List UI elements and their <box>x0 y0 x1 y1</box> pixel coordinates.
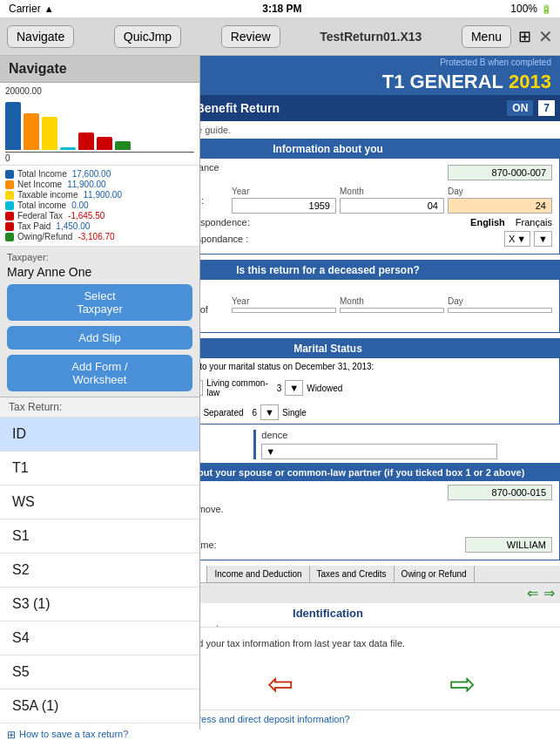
deceased-date-fields: Year Month Day <box>232 296 552 313</box>
sidebar: Navigate 20000.00 0 Total Income 17,600.… <box>0 56 200 730</box>
lang-francais[interactable]: Français <box>516 217 552 227</box>
faq-plus-2: ⊞ <box>7 729 16 741</box>
dec-day[interactable] <box>448 308 552 313</box>
legend-dot-total-income2 <box>5 201 14 210</box>
dob-fields: Year 1959 Month 04 Day 24 <box>232 187 552 214</box>
sidebar-item-t1[interactable]: T1 <box>0 452 199 486</box>
partner-sin-value[interactable]: 870-000-015 <box>448 485 552 500</box>
faq-label-2: How to save a tax return? <box>19 729 128 739</box>
legend-value-total-income: 17,600.00 <box>72 169 111 179</box>
forward-arrow-icon[interactable]: ⇨ <box>449 666 476 703</box>
notre-dropdown[interactable]: X ▼ <box>504 231 530 247</box>
time-display: 3:18 PM <box>262 3 301 15</box>
add-form-button[interactable]: Add Form /Worksheet <box>7 355 192 391</box>
legend-value-taxable-income: 11,900.00 <box>83 190 122 200</box>
nav-bar: Navigate QuicJmp Review TestReturn01.X13… <box>0 17 560 56</box>
legend-label-total-income2: Total income <box>17 200 66 210</box>
sidebar-item-s5a2[interactable]: S5A (2) <box>0 723 199 730</box>
legend-label-taxable-income: Taxable income <box>17 190 78 200</box>
sidebar-item-s1[interactable]: S1 <box>0 520 199 553</box>
sidebar-item-s3[interactable]: S3 (1) <box>0 587 199 621</box>
add-slip-button[interactable]: Add Slip <box>7 326 192 350</box>
marital-num6: 6 <box>253 408 258 418</box>
faq-item-2[interactable]: ⊞ How to save a tax return? <box>7 729 553 741</box>
dec-day-group: Day <box>448 296 552 313</box>
taxpayer-label: Taxpayer: <box>7 252 192 262</box>
marital-dd3[interactable]: ▼ <box>285 380 303 396</box>
navigate-button[interactable]: Navigate <box>7 25 74 48</box>
dec-month[interactable] <box>340 308 444 313</box>
legend-dot-total-income <box>5 170 14 179</box>
legend-dot-tax-paid <box>5 222 14 231</box>
sidebar-item-s5[interactable]: S5 <box>0 655 199 689</box>
sidebar-item-s5a1[interactable]: S5A (1) <box>0 689 199 723</box>
taxpayer-name: Mary Anne One <box>7 265 192 279</box>
sidebar-title: Navigate <box>0 56 199 83</box>
notre-dropdown2[interactable]: ▼ <box>534 231 552 247</box>
form-year: 2013 <box>509 71 551 93</box>
legend-federal-tax: Federal Tax -1,645.50 <box>5 211 194 221</box>
quickjmp-button[interactable]: QuicJmp <box>114 25 181 48</box>
residence-dropdown[interactable]: ▼ <box>261 444 497 459</box>
battery-percent: 100% <box>510 3 537 15</box>
chart-bars <box>5 98 194 150</box>
legend-total-income: Total Income 17,600.00 <box>5 169 194 179</box>
close-icon[interactable]: ✕ <box>538 26 553 47</box>
dob-month[interactable]: 04 <box>340 198 444 214</box>
sin-value[interactable]: 870-000-007 <box>448 165 552 180</box>
dob-month-group: Month 04 <box>340 187 444 214</box>
province-num: 7 <box>538 100 555 116</box>
legend-label-tax-paid: Tax Paid <box>17 221 51 231</box>
sidebar-item-ws[interactable]: WS <box>0 486 199 520</box>
nav-right-controls: Menu ⊞ ✕ <box>462 25 553 48</box>
legend-label-owing-refund: Owing/Refund <box>17 232 72 241</box>
legend-label-federal-tax: Federal Tax <box>17 211 63 221</box>
chart-legend: Total Income 17,600.00 Net Income 11,900… <box>0 166 199 247</box>
sidebar-item-s4[interactable]: S4 <box>0 621 199 655</box>
nav-title: TestReturn01.X13 <box>320 30 422 44</box>
carrier-text: Carrier <box>9 3 41 15</box>
marital-label3: Widowed <box>307 384 342 393</box>
chart-area: 20000.00 0 <box>0 83 199 166</box>
legend-owing-refund: Owing/Refund -3,106.70 <box>5 232 194 241</box>
marital-label5: Separated <box>203 408 243 418</box>
dec-month-group: Month <box>340 296 444 313</box>
legend-label-net-income: Net Income <box>17 180 62 189</box>
dec-year[interactable] <box>232 308 336 313</box>
marital-num3: 3 <box>277 384 282 393</box>
calculator-icon[interactable]: ⊞ <box>518 27 531 46</box>
bar-tax-paid <box>97 137 112 150</box>
select-taxpayer-button[interactable]: SelectTaxpayer <box>7 284 192 321</box>
legend-value-federal-tax: -1,645.50 <box>68 211 105 221</box>
chart-max-value: 20000.00 <box>5 86 194 96</box>
tab-left-arrow[interactable]: ⇐ <box>527 585 538 601</box>
partner-name-value[interactable]: WILLIAM <box>465 537 552 553</box>
sidebar-item-id[interactable]: ID <box>0 418 199 452</box>
menu-button[interactable]: Menu <box>462 25 511 48</box>
lang-english[interactable]: English <box>470 217 505 227</box>
form-title: T1 GENERAL <box>382 71 503 93</box>
legend-taxable-income: Taxable income 11,900.00 <box>5 190 194 200</box>
tab-owing-refund[interactable]: Owing or Refund <box>395 566 475 582</box>
legend-value-tax-paid: 1,450.00 <box>56 221 90 231</box>
bar-net-income <box>24 113 39 150</box>
legend-dot-taxable-income <box>5 191 14 200</box>
legend-dot-net-income <box>5 180 14 189</box>
marital-dd6[interactable]: ▼ <box>260 404 279 420</box>
review-button[interactable]: Review <box>221 25 280 48</box>
lang-options: English Français <box>470 217 552 227</box>
legend-value-net-income: 11,900.00 <box>67 180 106 189</box>
back-arrow2-icon[interactable]: ⇦ <box>267 666 293 703</box>
sidebar-item-s2[interactable]: S2 <box>0 553 199 587</box>
dob-year-group: Year 1959 <box>232 187 336 214</box>
chart-zero: 0 <box>5 152 194 163</box>
bar-taxable-income <box>42 117 57 150</box>
battery-display: 100% 🔋 <box>510 3 551 15</box>
tab-taxes-credits[interactable]: Taxes and Credits <box>310 566 395 582</box>
marital-label6: Single <box>282 408 307 418</box>
dob-day[interactable]: 24 <box>448 198 552 214</box>
dob-year[interactable]: 1959 <box>232 198 336 214</box>
residence-label: dence <box>261 430 557 440</box>
tab-right-arrow[interactable]: ⇒ <box>543 585 555 601</box>
tab-income-deduction[interactable]: Income and Deduction <box>207 566 309 582</box>
